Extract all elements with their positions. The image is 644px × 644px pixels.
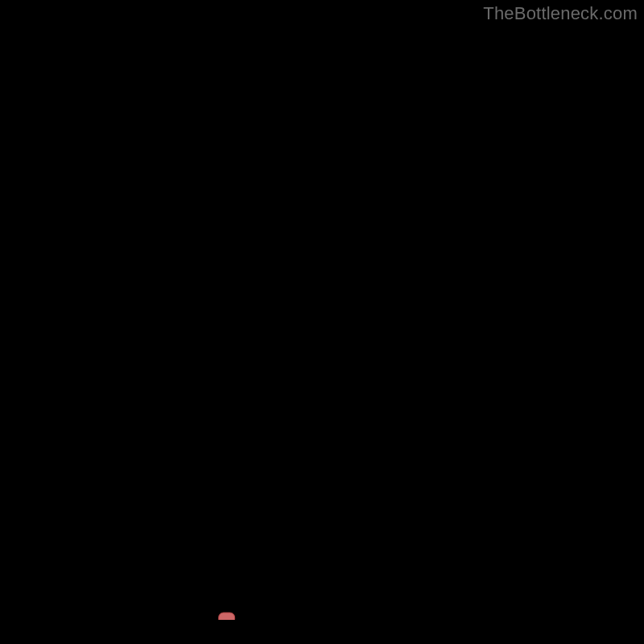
bottleneck-curve-chart	[24, 24, 620, 620]
optimal-point-marker	[219, 613, 235, 620]
gradient-background	[24, 24, 620, 620]
chart-frame: TheBottleneck.com	[0, 0, 644, 644]
plot-area	[24, 24, 620, 620]
watermark-text: TheBottleneck.com	[483, 3, 638, 24]
